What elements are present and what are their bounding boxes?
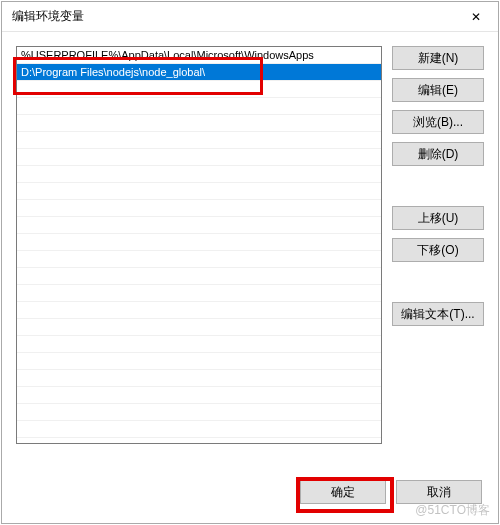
list-item[interactable] [17, 149, 381, 166]
dialog-window: 编辑环境变量 ✕ %USERPROFILE%\AppData\Local\Mic… [1, 1, 499, 524]
window-title: 编辑环境变量 [12, 8, 84, 25]
list-item[interactable]: %USERPROFILE%\AppData\Local\Microsoft\Wi… [17, 47, 381, 64]
content-area: %USERPROFILE%\AppData\Local\Microsoft\Wi… [2, 32, 498, 461]
list-item[interactable] [17, 268, 381, 285]
titlebar: 编辑环境变量 ✕ [2, 2, 498, 32]
dialog-footer: 确定 取消 [2, 461, 498, 523]
move-down-button[interactable]: 下移(O) [392, 238, 484, 262]
list-item[interactable] [17, 115, 381, 132]
close-icon[interactable]: ✕ [453, 2, 498, 32]
list-item[interactable] [17, 387, 381, 404]
list-item[interactable] [17, 421, 381, 438]
window-controls: ✕ [453, 2, 498, 32]
button-column: 新建(N) 编辑(E) 浏览(B)... 删除(D) 上移(U) 下移(O) 编… [392, 46, 484, 461]
list-item[interactable] [17, 183, 381, 200]
cancel-button[interactable]: 取消 [396, 480, 482, 504]
list-item[interactable] [17, 370, 381, 387]
list-item[interactable] [17, 217, 381, 234]
list-item[interactable] [17, 251, 381, 268]
browse-button[interactable]: 浏览(B)... [392, 110, 484, 134]
list-item[interactable] [17, 98, 381, 115]
list-item[interactable] [17, 166, 381, 183]
list-item[interactable] [17, 336, 381, 353]
list-item[interactable] [17, 132, 381, 149]
list-item[interactable] [17, 200, 381, 217]
list-item[interactable] [17, 319, 381, 336]
move-up-button[interactable]: 上移(U) [392, 206, 484, 230]
list-item[interactable] [17, 234, 381, 251]
ok-button[interactable]: 确定 [300, 480, 386, 504]
list-item[interactable] [17, 285, 381, 302]
list-item[interactable]: D:\Program Files\nodejs\node_global\ [17, 64, 381, 81]
list-item[interactable] [17, 353, 381, 370]
new-button[interactable]: 新建(N) [392, 46, 484, 70]
path-listbox[interactable]: %USERPROFILE%\AppData\Local\Microsoft\Wi… [16, 46, 382, 444]
list-item[interactable] [17, 404, 381, 421]
list-item[interactable] [17, 302, 381, 319]
delete-button[interactable]: 删除(D) [392, 142, 484, 166]
edit-button[interactable]: 编辑(E) [392, 78, 484, 102]
list-item[interactable] [17, 81, 381, 98]
edit-text-button[interactable]: 编辑文本(T)... [392, 302, 484, 326]
